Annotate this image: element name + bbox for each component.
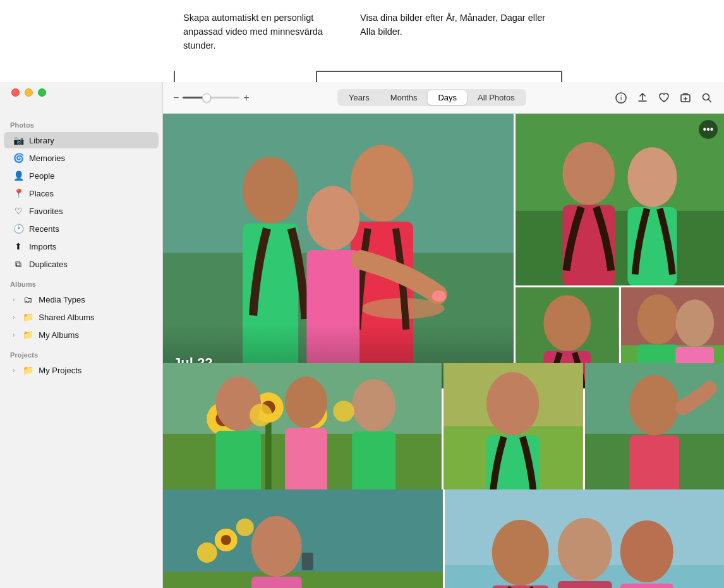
annotation-bracket <box>316 71 562 82</box>
photo-cell-bot-1[interactable] <box>163 489 443 588</box>
main-window: Photos 📷 Library 🌀 Memories 👤 People 📍 P… <box>0 82 724 588</box>
disclosure-icon: › <box>13 296 15 303</box>
zoom-minus-button[interactable]: − <box>173 92 179 104</box>
svg-rect-36 <box>265 423 272 489</box>
sidebar-item-recents[interactable]: 🕐 Recents <box>4 220 159 237</box>
favorite-button[interactable] <box>657 91 671 105</box>
svg-rect-45 <box>352 431 395 489</box>
recents-label: Recents <box>29 224 151 234</box>
svg-point-11 <box>306 186 359 250</box>
svg-point-21 <box>543 295 591 351</box>
photo-cell-main-2[interactable]: ••• <box>516 114 724 285</box>
sidebar-item-favorites[interactable]: ♡ Favorites <box>4 203 159 219</box>
tab-years[interactable]: Years <box>339 90 380 105</box>
sidebar-item-media-types[interactable]: › 🗂 Media Types <box>4 291 159 308</box>
bottom-section <box>163 489 724 588</box>
grid-container: Jul 22 Lloyd Harbor ••• <box>163 114 724 588</box>
disclosure-icon: › <box>13 367 15 374</box>
media-types-label: Media Types <box>39 295 151 304</box>
photo-cell-main-1[interactable]: Jul 22 Lloyd Harbor <box>163 114 514 388</box>
tab-all-photos[interactable]: All Photos <box>468 90 525 105</box>
my-albums-label: My Albums <box>39 330 151 340</box>
photo-grid: Jul 22 Lloyd Harbor ••• <box>163 114 724 588</box>
more-options-button[interactable]: ••• <box>699 120 718 139</box>
disclosure-icon: › <box>13 332 15 339</box>
sidebar-item-imports[interactable]: ⬆ Imports <box>4 238 159 255</box>
zoom-slider[interactable] <box>183 97 239 99</box>
maximize-button[interactable] <box>38 88 46 97</box>
svg-point-58 <box>251 516 302 577</box>
top-right: ••• <box>516 114 724 388</box>
library-label: Library <box>29 136 151 145</box>
my-albums-icon: 📁 <box>22 329 33 340</box>
traffic-lights <box>11 88 46 97</box>
svg-point-50 <box>486 372 539 435</box>
svg-point-61 <box>221 535 231 545</box>
svg-point-25 <box>637 294 678 344</box>
mid-section <box>163 363 724 489</box>
shared-albums-label: Shared Albums <box>39 313 151 322</box>
sidebar-item-duplicates[interactable]: ⧉ Duplicates <box>4 256 159 272</box>
share-button[interactable] <box>636 91 649 105</box>
toolbar: − + Years Months Days All Photos i <box>163 82 724 114</box>
duplicates-label: Duplicates <box>29 260 151 269</box>
svg-rect-70 <box>492 585 548 588</box>
svg-point-6 <box>351 145 413 222</box>
svg-rect-15 <box>516 114 724 211</box>
svg-point-13 <box>432 291 446 302</box>
info-button[interactable]: i <box>614 91 628 105</box>
svg-rect-71 <box>557 581 612 588</box>
my-projects-label: My Projects <box>39 366 151 375</box>
svg-point-9 <box>243 157 298 224</box>
svg-point-18 <box>627 147 677 207</box>
svg-point-67 <box>492 520 548 585</box>
photo-cell-mid-1[interactable] <box>163 363 442 489</box>
svg-rect-43 <box>285 428 327 489</box>
memories-label: Memories <box>29 153 151 163</box>
zoom-plus-button[interactable]: + <box>243 92 249 104</box>
sidebar-item-places[interactable]: 📍 Places <box>4 185 159 201</box>
people-icon: 👤 <box>13 170 24 181</box>
svg-rect-64 <box>302 553 313 570</box>
add-button[interactable] <box>679 91 692 105</box>
sidebar-item-shared-albums[interactable]: › 📁 Shared Albums <box>4 309 159 325</box>
sidebar-item-my-albums[interactable]: › 📁 My Albums <box>4 327 159 343</box>
sidebar-item-memories[interactable]: 🌀 Memories <box>4 150 159 166</box>
sidebar-section-albums: Albums <box>0 273 162 291</box>
imports-icon: ⬆ <box>13 241 24 252</box>
media-types-icon: 🗂 <box>22 294 33 305</box>
favorites-label: Favorites <box>29 207 151 216</box>
close-button[interactable] <box>11 88 20 97</box>
search-button[interactable] <box>700 91 714 105</box>
zoom-control: − + <box>173 92 250 104</box>
svg-rect-55 <box>629 435 679 489</box>
svg-point-62 <box>197 543 217 563</box>
top-section: Jul 22 Lloyd Harbor ••• <box>163 114 724 363</box>
duplicates-icon: ⧉ <box>13 258 24 270</box>
tab-months[interactable]: Months <box>380 90 428 105</box>
minimize-button[interactable] <box>25 88 33 97</box>
imports-label: Imports <box>29 242 151 251</box>
sidebar: Photos 📷 Library 🌀 Memories 👤 People 📍 P… <box>0 82 163 588</box>
photo-cell-mid-2[interactable] <box>443 363 583 489</box>
people-label: People <box>29 171 151 181</box>
places-icon: 📍 <box>13 188 24 199</box>
shared-albums-icon: 📁 <box>22 311 33 323</box>
svg-rect-72 <box>620 584 673 588</box>
svg-point-44 <box>352 379 395 431</box>
my-projects-icon: 📁 <box>22 364 33 376</box>
photo-cell-mid-3[interactable] <box>585 363 725 489</box>
tab-days[interactable]: Days <box>428 90 467 105</box>
svg-point-69 <box>620 520 673 582</box>
svg-point-26 <box>675 299 714 347</box>
svg-point-63 <box>236 519 254 536</box>
svg-point-47 <box>333 400 354 421</box>
main-content: − + Years Months Days All Photos i <box>163 82 724 588</box>
sidebar-item-people[interactable]: 👤 People <box>4 167 159 184</box>
sidebar-item-my-projects[interactable]: › 📁 My Projects <box>4 362 159 378</box>
sidebar-item-library[interactable]: 📷 Library <box>4 132 159 148</box>
sidebar-section-photos: Photos <box>0 114 162 131</box>
photo-cell-bot-2[interactable] <box>445 489 725 588</box>
annotation-bracket-left <box>174 71 175 82</box>
svg-point-68 <box>557 518 612 581</box>
